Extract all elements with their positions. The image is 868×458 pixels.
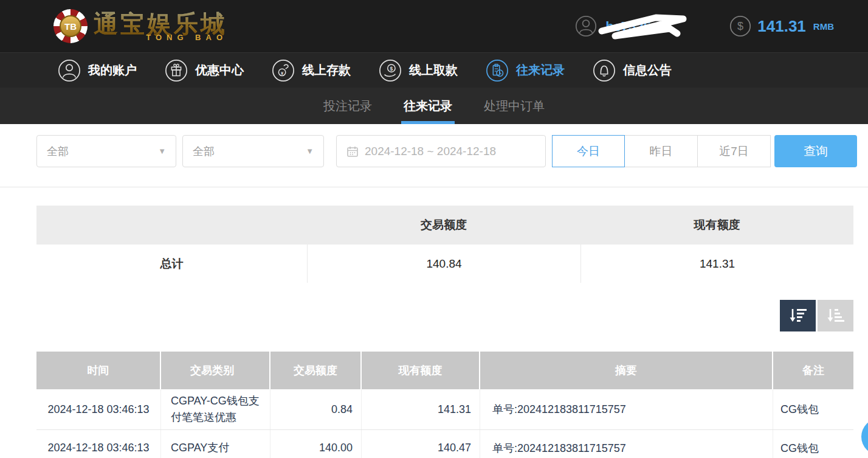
nav-item-announcements[interactable]: 信息公告 (593, 59, 672, 82)
yesterday-button[interactable]: 昨日 (625, 135, 698, 167)
summary-total-row: 总计 140.84 141.31 (36, 245, 853, 283)
table-header-row: 时间 交易类别 交易额度 现有额度 摘要 备注 (36, 352, 853, 389)
table-row: 2024-12-18 03:46:13 CGPAY-CG钱包支付笔笔送优惠 0.… (36, 389, 853, 430)
nav-label: 优惠中心 (195, 62, 244, 78)
filter-bar: 全部 ▼ 全部 ▼ 2024-12-18 ~ 2024-12-18 今日 昨日 … (36, 135, 857, 167)
summary-total-label: 总计 (36, 245, 307, 283)
summary-header-row: 交易额度 现有额度 (36, 206, 853, 245)
deposit-icon: ¥ (272, 59, 295, 82)
record-tabs: 投注记录 往来记录 处理中订单 (0, 88, 868, 124)
redaction-scribble (598, 13, 689, 42)
balance-amount: 141.31 (757, 17, 806, 36)
sort-descending-icon (789, 308, 807, 324)
summary-header-empty (36, 206, 307, 245)
tab-betting-records[interactable]: 投注记录 (322, 88, 373, 124)
nav-item-deposit[interactable]: ¥ 线上存款 (272, 59, 351, 82)
summary-table: 交易额度 现有额度 总计 140.84 141.31 (36, 206, 853, 283)
brand-text: 通宝娱乐城 TONG BAO (94, 12, 227, 41)
summary-header-balance: 现有额度 (580, 206, 853, 245)
nav-label: 往来记录 (516, 62, 565, 78)
calendar-icon (346, 145, 359, 158)
today-button[interactable]: 今日 (552, 135, 625, 167)
user-icon (575, 15, 597, 37)
cell-time: 2024-12-18 03:46:13 (36, 389, 161, 429)
chip-label: TB (60, 15, 81, 37)
cell-type: CGPAY支付 (161, 430, 270, 458)
col-header-amount: 交易额度 (270, 352, 362, 389)
type-select-value: 全部 (47, 144, 69, 159)
bell-icon (593, 59, 616, 82)
nav-label: 线上取款 (409, 62, 458, 78)
brand-logo[interactable]: TB 通宝娱乐城 TONG BAO (53, 9, 227, 43)
page: TB 通宝娱乐城 TONG BAO bc7325 (0, 0, 868, 458)
casino-chip-icon: TB (53, 9, 88, 43)
summary-transaction-total: 140.84 (307, 245, 580, 283)
main-navigation: 我的账户 优惠中心 ¥ 线上存款 (0, 52, 868, 88)
summary-header-transaction: 交易额度 (307, 206, 580, 245)
tab-transaction-records[interactable]: 往来记录 (402, 88, 453, 124)
cell-summary: 单号:202412183811715757 (480, 389, 773, 429)
date-range-value: 2024-12-18 ~ 2024-12-18 (365, 145, 496, 158)
nav-label: 我的账户 (88, 62, 137, 78)
svg-text:¥: ¥ (281, 70, 284, 75)
nav-item-promotions[interactable]: 优惠中心 (165, 59, 244, 82)
cell-type: CGPAY-CG钱包支付笔笔送优惠 (161, 389, 270, 429)
summary-balance-total: 141.31 (580, 245, 853, 283)
nav-label: 线上存款 (302, 62, 351, 78)
withdraw-icon: $ (379, 59, 402, 82)
search-button[interactable]: 查询 (774, 135, 857, 167)
account-icon (58, 59, 81, 82)
chevron-down-icon: ▼ (306, 147, 314, 156)
cell-balance: 140.47 (362, 430, 480, 458)
col-header-balance: 现有额度 (362, 352, 480, 389)
subtype-select[interactable]: 全部 ▼ (182, 135, 324, 167)
section-divider (0, 187, 868, 187)
brand-subtitle: TONG BAO (146, 33, 227, 41)
cell-amount: 0.84 (270, 389, 362, 429)
floating-service-button[interactable] (861, 418, 868, 455)
date-range-input[interactable]: 2024-12-18 ~ 2024-12-18 (336, 135, 546, 167)
nav-item-records[interactable]: 往来记录 (486, 59, 565, 82)
gift-icon (165, 59, 188, 82)
top-header: TB 通宝娱乐城 TONG BAO bc7325 (0, 0, 868, 52)
col-header-time: 时间 (36, 352, 161, 389)
sort-ascending-icon (827, 308, 845, 324)
sort-controls (36, 300, 853, 331)
sort-ascending-button[interactable] (818, 300, 853, 331)
sort-descending-button[interactable] (780, 300, 816, 331)
last7days-button[interactable]: 近7日 (698, 135, 771, 167)
svg-text:$: $ (737, 20, 743, 32)
transactions-table: 时间 交易类别 交易额度 现有额度 摘要 备注 2024-12-18 03:46… (36, 352, 853, 458)
cell-note: CG钱包 (773, 389, 853, 429)
type-select[interactable]: 全部 ▼ (36, 135, 176, 167)
brand-name: 通宝娱乐城 (94, 12, 227, 36)
records-icon (486, 59, 509, 82)
username-wrap: bc7325 (603, 13, 682, 40)
cell-note: CG钱包 (773, 430, 853, 458)
cell-time: 2024-12-18 03:46:13 (36, 430, 161, 458)
dollar-circle-icon: $ (729, 15, 751, 37)
nav-item-my-account[interactable]: 我的账户 (58, 59, 137, 82)
svg-text:$: $ (390, 66, 393, 72)
cell-summary: 单号:202412183811715757 (480, 430, 773, 458)
user-account[interactable]: bc7325 (575, 13, 682, 40)
topbar-right: bc7325 $ 141.31 RMB (575, 13, 834, 40)
nav-item-withdraw[interactable]: $ 线上取款 (379, 59, 458, 82)
subtype-select-value: 全部 (193, 144, 215, 159)
col-header-type: 交易类别 (161, 352, 270, 389)
col-header-note: 备注 (773, 352, 853, 389)
cell-amount: 140.00 (270, 430, 362, 458)
balance[interactable]: $ 141.31 RMB (729, 15, 834, 37)
nav-label: 信息公告 (623, 62, 672, 78)
chevron-down-icon: ▼ (158, 147, 166, 156)
tab-processing-orders[interactable]: 处理中订单 (483, 88, 546, 124)
col-header-summary: 摘要 (480, 352, 773, 389)
balance-currency: RMB (813, 21, 834, 32)
table-row: 2024-12-18 03:46:13 CGPAY支付 140.00 140.4… (36, 430, 853, 458)
quick-date-group: 今日 昨日 近7日 (552, 135, 771, 167)
cell-balance: 141.31 (362, 389, 480, 429)
